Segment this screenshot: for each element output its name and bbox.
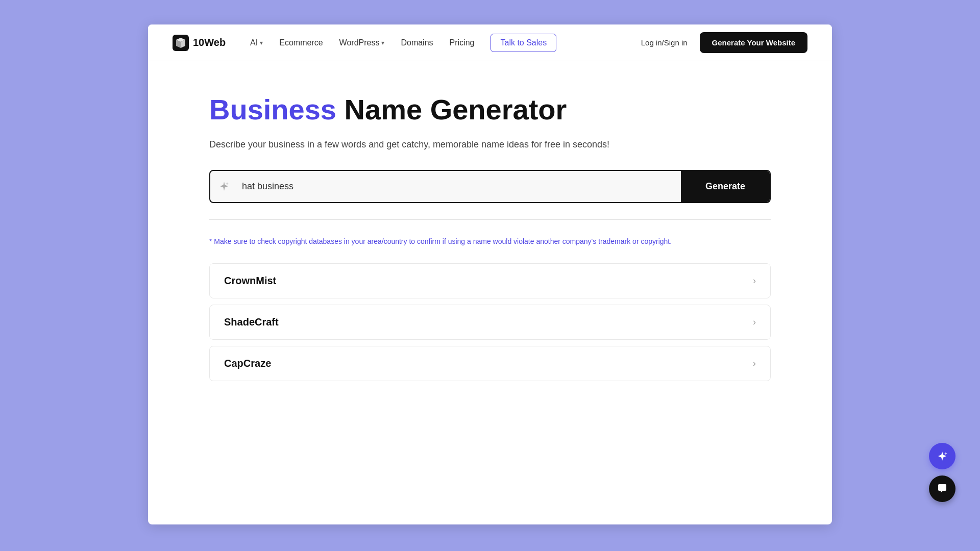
navbar: 10Web AI ▾ Ecommerce WordPress ▾ Domains…	[148, 24, 832, 61]
chevron-right-icon: ›	[753, 317, 756, 328]
chat-icon	[937, 483, 948, 494]
nav-item-ai[interactable]: AI ▾	[250, 38, 263, 47]
page-title: Business Name Generator	[209, 94, 771, 126]
business-description-input[interactable]	[238, 171, 681, 202]
generate-website-button[interactable]: Generate Your Website	[700, 32, 807, 53]
title-highlight: Business	[209, 93, 336, 126]
result-item[interactable]: ShadeCraft ›	[209, 305, 771, 340]
title-rest: Name Generator	[336, 93, 567, 126]
floating-chat-button[interactable]	[929, 475, 955, 502]
result-name: ShadeCraft	[224, 316, 279, 328]
chevron-right-icon: ›	[753, 276, 756, 286]
result-item[interactable]: CrownMist ›	[209, 263, 771, 298]
chevron-right-icon: ›	[753, 358, 756, 369]
nav-item-wordpress[interactable]: WordPress ▾	[339, 38, 385, 47]
nav-item-pricing[interactable]: Pricing	[450, 38, 475, 47]
logo-text: 10Web	[193, 37, 226, 48]
floating-ai-button[interactable]	[929, 443, 955, 469]
results-list: CrownMist › ShadeCraft › CapCraze ›	[209, 263, 771, 381]
search-bar: Generate	[209, 170, 771, 203]
sparkle-icon	[210, 181, 238, 192]
login-link[interactable]: Log in/Sign in	[641, 38, 688, 47]
chevron-down-icon: ▾	[381, 39, 384, 46]
ai-sparkle-icon	[936, 450, 948, 462]
nav-item-ecommerce[interactable]: Ecommerce	[279, 38, 323, 47]
result-name: CrownMist	[224, 275, 276, 287]
nav-item-domains[interactable]: Domains	[401, 38, 433, 47]
result-item[interactable]: CapCraze ›	[209, 346, 771, 381]
logo[interactable]: 10Web	[173, 35, 226, 51]
generate-button[interactable]: Generate	[681, 171, 770, 202]
talk-to-sales-button[interactable]: Talk to Sales	[491, 34, 556, 52]
disclaimer-text: * Make sure to check copyright databases…	[209, 236, 771, 247]
nav-right: Log in/Sign in Generate Your Website	[641, 32, 807, 53]
section-divider	[209, 219, 771, 220]
result-name: CapCraze	[224, 358, 271, 369]
nav-items: AI ▾ Ecommerce WordPress ▾ Domains Prici…	[250, 34, 641, 52]
logo-icon	[173, 35, 189, 51]
hero-subtitle: Describe your business in a few words an…	[209, 138, 771, 152]
main-content: Business Name Generator Describe your bu…	[148, 61, 832, 412]
chevron-down-icon: ▾	[260, 39, 263, 46]
